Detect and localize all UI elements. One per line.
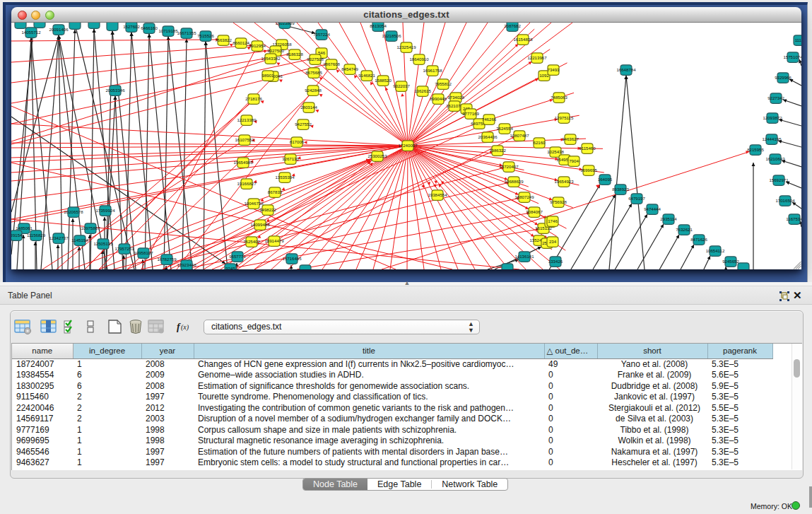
svg-text:15751074: 15751074	[783, 54, 801, 59]
svg-text:1117: 1117	[795, 37, 801, 42]
svg-text:39154: 39154	[11, 233, 23, 238]
svg-text:16782759: 16782759	[157, 257, 177, 262]
svg-text:9427552: 9427552	[295, 122, 312, 127]
svg-text:16671355: 16671355	[177, 30, 196, 35]
svg-text:17240007: 17240007	[398, 143, 418, 148]
svg-text:17957253: 17957253	[114, 246, 134, 251]
svg-text:3267130: 3267130	[282, 156, 299, 161]
svg-text:10958107: 10958107	[134, 250, 153, 255]
svg-text:8675685: 8675685	[305, 70, 322, 75]
svg-text:8660124: 8660124	[233, 40, 249, 45]
svg-text:7357224: 7357224	[313, 32, 330, 37]
svg-text:18640910: 18640910	[409, 57, 429, 62]
svg-text:164095: 164095	[598, 177, 613, 182]
svg-text:10654112: 10654112	[706, 248, 725, 253]
svg-text:817006: 817006	[290, 139, 305, 144]
svg-text:7955812: 7955812	[435, 81, 452, 86]
svg-text:2803144: 2803144	[300, 105, 317, 110]
svg-text:14136141: 14136141	[514, 254, 534, 259]
svg-text:7515526: 7515526	[197, 33, 214, 38]
svg-text:(x): (x)	[181, 323, 189, 332]
svg-text:9498222: 9498222	[259, 207, 276, 212]
svg-text:15692971: 15692971	[769, 177, 789, 182]
svg-text:17016504: 17016504	[775, 198, 795, 203]
svg-text:2718176: 2718176	[245, 96, 262, 101]
svg-text:11156829: 11156829	[27, 233, 46, 238]
svg-text:20091406: 20091406	[49, 27, 69, 32]
svg-text:20206578: 20206578	[64, 209, 83, 214]
svg-text:9463627: 9463627	[562, 136, 579, 141]
svg-text:7663822: 7663822	[215, 37, 232, 42]
svg-text:19654923: 19654923	[554, 179, 574, 184]
svg-text:13535394: 13535394	[275, 175, 295, 180]
svg-text:12444195: 12444195	[762, 136, 782, 141]
svg-text:9115460: 9115460	[579, 146, 596, 151]
svg-text:8938923: 8938923	[612, 187, 629, 192]
svg-text:19218506: 19218506	[382, 33, 401, 38]
svg-text:98901: 98901	[262, 73, 275, 78]
svg-text:9756928: 9756928	[550, 199, 567, 204]
svg-text:9327508: 9327508	[307, 57, 324, 62]
svg-text:7485063: 7485063	[551, 95, 567, 100]
svg-text:1746: 1746	[548, 218, 558, 223]
svg-text:8454749: 8454749	[341, 66, 358, 71]
svg-text:14099488: 14099488	[250, 222, 270, 227]
svg-text:133426: 133426	[548, 259, 563, 264]
svg-text:1167534: 1167534	[786, 216, 801, 221]
svg-text:18807249: 18807249	[514, 194, 534, 199]
svg-text:867833: 867833	[268, 189, 283, 194]
svg-text:8186328: 8186328	[286, 52, 303, 57]
svg-text:16648784: 16648784	[616, 67, 636, 72]
svg-text:3624554: 3624554	[496, 126, 513, 131]
svg-text:19654985: 19654985	[233, 160, 253, 165]
svg-text:9245: 9245	[225, 266, 235, 269]
svg-text:7632621: 7632621	[676, 227, 693, 232]
svg-text:9734028: 9734028	[447, 95, 464, 100]
svg-text:10688639: 10688639	[504, 179, 524, 184]
svg-text:10543382: 10543382	[261, 56, 281, 61]
svg-text:9699695: 9699695	[580, 168, 597, 173]
svg-text:1527602: 1527602	[123, 24, 140, 29]
svg-text:1145194: 1145194	[71, 238, 88, 243]
svg-text:16210643: 16210643	[765, 156, 785, 161]
svg-text:17359924: 17359924	[95, 208, 115, 213]
svg-text:20364436: 20364436	[478, 134, 498, 139]
svg-text:2087682: 2087682	[504, 23, 521, 28]
svg-text:16154838: 16154838	[513, 37, 533, 42]
svg-text:10975867: 10975867	[81, 226, 100, 230]
svg-text:7904: 7904	[569, 158, 579, 163]
svg-text:9329966: 9329966	[775, 75, 792, 80]
svg-text:8813054: 8813054	[370, 23, 387, 28]
svg-text:2935114: 2935114	[660, 216, 677, 221]
svg-text:12093872: 12093872	[763, 115, 782, 120]
svg-text:12213389: 12213389	[237, 117, 257, 122]
svg-text:1362615: 1362615	[414, 88, 431, 93]
svg-text:9322037: 9322037	[393, 83, 410, 88]
svg-text:15720407: 15720407	[499, 164, 519, 169]
svg-text:10719185: 10719185	[158, 28, 178, 33]
svg-text:12505135: 12505135	[93, 241, 113, 246]
svg-text:25300253: 25300253	[367, 153, 387, 158]
svg-text:73493: 73493	[548, 67, 560, 72]
svg-text:19166827: 19166827	[237, 181, 257, 186]
svg-text:6479197: 6479197	[628, 196, 645, 201]
svg-text:12325419: 12325419	[396, 45, 416, 49]
svg-text:7986322: 7986322	[489, 148, 506, 153]
svg-text:16961758: 16961758	[423, 68, 442, 73]
svg-text:2867608: 2867608	[323, 62, 340, 66]
svg-text:20053346: 20053346	[105, 88, 125, 93]
svg-text:6466160: 6466160	[141, 25, 158, 30]
svg-text:9777169: 9777169	[462, 111, 479, 116]
svg-text:19384554: 19384554	[428, 192, 447, 197]
svg-text:3084067: 3084067	[526, 209, 543, 214]
svg-text:9474444: 9474444	[644, 206, 661, 211]
svg-text:15716485: 15716485	[282, 256, 302, 261]
svg-text:12342737: 12342737	[49, 235, 69, 240]
svg-text:9245652: 9245652	[722, 259, 739, 264]
svg-text:16033809: 16033809	[275, 23, 295, 25]
svg-text:8912954: 8912954	[249, 43, 266, 48]
svg-text:12923448: 12923448	[177, 262, 196, 267]
svg-text:1485061: 1485061	[16, 226, 33, 230]
svg-text:14055712: 14055712	[21, 30, 41, 35]
svg-text:8215955: 8215955	[747, 147, 764, 152]
